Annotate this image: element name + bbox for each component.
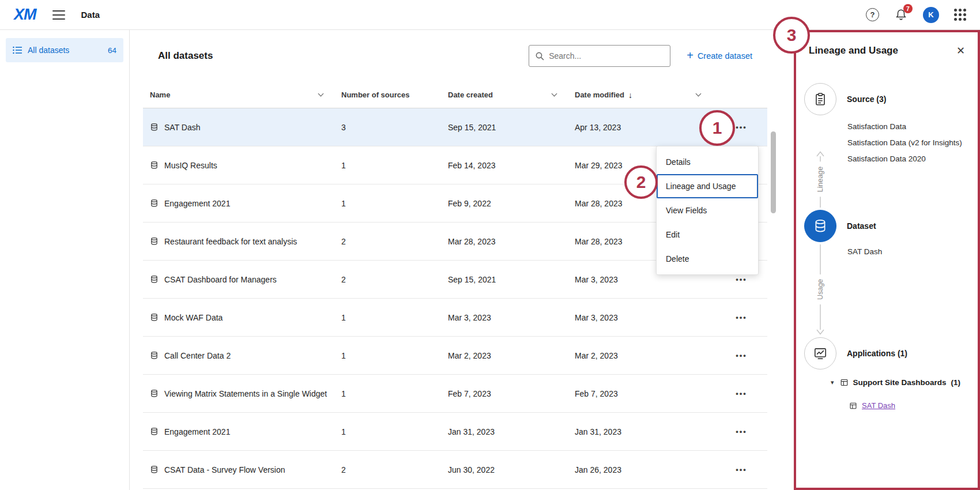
row-actions-ellipsis-button[interactable]: ••• bbox=[736, 427, 747, 436]
source-node-label: Source (3) bbox=[847, 95, 886, 104]
row-actions-ellipsis-button[interactable]: ••• bbox=[736, 275, 747, 284]
application-link-row: SAT Dash bbox=[849, 401, 895, 410]
annotation-circle-1: 1 bbox=[699, 110, 735, 146]
row-actions-ellipsis-button[interactable]: ••• bbox=[736, 465, 747, 474]
column-header-name[interactable]: Name bbox=[143, 91, 341, 99]
row-actions-ellipsis-button[interactable]: ••• bbox=[736, 313, 747, 322]
collapse-caret-icon[interactable]: ▾ bbox=[830, 379, 835, 386]
application-group-row: ▾ Support Site Dashboards (1) bbox=[830, 378, 960, 387]
date-created-cell: Mar 3, 2023 bbox=[448, 313, 575, 322]
dataset-name-text: Call Center Data 2 bbox=[164, 351, 231, 360]
sources-count-cell: 2 bbox=[341, 275, 448, 284]
date-modified-cell: Feb 7, 2023 bbox=[575, 389, 715, 398]
sidebar-item-count: 64 bbox=[108, 46, 116, 55]
dataset-icon bbox=[150, 237, 159, 246]
context-menu-item[interactable]: Delete bbox=[657, 247, 758, 271]
plus-icon: + bbox=[687, 50, 693, 61]
sidebar-item-all-datasets[interactable]: All datasets 64 bbox=[6, 38, 123, 62]
chevron-down-icon bbox=[552, 91, 557, 97]
date-created-cell: Mar 2, 2023 bbox=[448, 351, 575, 360]
sources-count-cell: 1 bbox=[341, 389, 448, 398]
context-menu-item[interactable]: Details bbox=[657, 150, 758, 174]
chevron-down-icon bbox=[318, 91, 324, 97]
lineage-usage-panel: Lineage and Usage ✕ Source (3) Satisfact… bbox=[794, 30, 980, 490]
notification-badge: 7 bbox=[903, 4, 913, 13]
date-created-cell: Sep 15, 2021 bbox=[448, 123, 575, 132]
source-list-item: Satisfaction Data (v2 for Insights) bbox=[847, 135, 962, 151]
table-row[interactable]: Engagement 2021 1 Jan 31, 2023 Jan 31, 2… bbox=[143, 413, 767, 451]
row-actions-ellipsis-button[interactable]: ••• bbox=[736, 389, 747, 398]
applications-node-label: Applications (1) bbox=[847, 349, 907, 358]
table-row[interactable]: SAT Dash 3 Sep 15, 2021 Apr 13, 2023 ••• bbox=[143, 108, 767, 146]
column-header-sources[interactable]: Number of sources bbox=[341, 91, 448, 99]
dataset-node: Dataset bbox=[804, 210, 876, 242]
annotation-circle-2: 2 bbox=[624, 165, 658, 199]
date-created-cell: Feb 14, 2023 bbox=[448, 161, 575, 170]
dataset-name-cell: Call Center Data 2 bbox=[143, 346, 341, 365]
table-row[interactable]: Call Center Data 2 1 Mar 2, 2023 Mar 2, … bbox=[143, 337, 767, 375]
xm-logo: XM bbox=[14, 6, 36, 24]
search-input[interactable] bbox=[549, 51, 664, 61]
search-box[interactable] bbox=[529, 45, 670, 67]
table-row[interactable]: Viewing Matrix Statements in a Single Wi… bbox=[143, 375, 767, 413]
notifications-bell-icon[interactable]: 7 bbox=[894, 8, 908, 22]
sources-count-cell: 1 bbox=[341, 427, 448, 436]
source-node-circle bbox=[804, 83, 836, 115]
usage-arrow-label: Usage bbox=[816, 274, 824, 304]
dataset-icon bbox=[150, 465, 159, 474]
datasets-table: Name Number of sources Date created Date… bbox=[143, 82, 767, 489]
source-list-item: Satisfaction Data bbox=[847, 119, 962, 135]
row-actions-ellipsis-button[interactable]: ••• bbox=[736, 123, 747, 131]
create-dataset-button[interactable]: + Create dataset bbox=[687, 51, 752, 61]
table-row[interactable]: Mock WAF Data 1 Mar 3, 2023 Mar 3, 2023 … bbox=[143, 299, 767, 337]
dataset-name-text: CSAT Data - Survey Flow Version bbox=[164, 465, 285, 474]
app-switcher-waffle-icon[interactable] bbox=[954, 9, 966, 21]
chevron-down-icon bbox=[696, 91, 702, 97]
applications-node-circle bbox=[804, 337, 836, 370]
dataset-name-cell: Restaurant feedback for text analysis bbox=[143, 232, 341, 251]
dataset-icon bbox=[150, 427, 159, 436]
source-list-item: Satisfaction Data 2020 bbox=[847, 151, 962, 167]
dataset-icon bbox=[150, 389, 159, 398]
date-modified-cell: Mar 3, 2023 bbox=[575, 313, 715, 322]
context-menu-item[interactable]: View Fields bbox=[657, 198, 758, 223]
hamburger-menu-icon[interactable] bbox=[52, 10, 65, 20]
date-created-cell: Feb 7, 2023 bbox=[448, 389, 575, 398]
dataset-name-cell: Mock WAF Data bbox=[143, 308, 341, 327]
application-group-count: (1) bbox=[951, 378, 961, 387]
sources-count-cell: 1 bbox=[341, 199, 448, 208]
date-created-cell: Sep 15, 2021 bbox=[448, 275, 575, 284]
vertical-scrollbar-thumb[interactable] bbox=[771, 131, 776, 213]
column-header-date-created[interactable]: Date created bbox=[448, 91, 575, 99]
dataset-name-cell: CSAT Dashboard for Managers bbox=[143, 270, 341, 289]
context-menu: Details Lineage and Usage View Fields Ed… bbox=[656, 146, 759, 275]
context-menu-item[interactable]: Edit bbox=[657, 223, 758, 247]
application-group-label: Support Site Dashboards bbox=[853, 378, 947, 387]
dataset-name-cell: SAT Dash bbox=[143, 118, 341, 137]
help-icon[interactable]: ? bbox=[866, 8, 879, 21]
dataset-node-circle bbox=[804, 210, 836, 242]
sources-count-cell: 3 bbox=[341, 123, 448, 132]
close-icon[interactable]: ✕ bbox=[956, 46, 965, 56]
avatar[interactable]: K bbox=[923, 7, 939, 23]
table-row[interactable]: CSAT Data - Survey Flow Version 2 Jun 30… bbox=[143, 451, 767, 489]
applications-node: Applications (1) bbox=[804, 337, 907, 370]
sources-count-cell: 1 bbox=[341, 161, 448, 170]
dataset-icon bbox=[150, 161, 159, 169]
row-actions-ellipsis-button[interactable]: ••• bbox=[736, 351, 747, 360]
date-modified-cell: Jan 31, 2023 bbox=[575, 427, 715, 436]
dashboard-icon bbox=[840, 378, 849, 387]
dataset-icon bbox=[150, 275, 159, 284]
dataset-name-cell: Engagement 2021 bbox=[143, 194, 341, 213]
source-list: Satisfaction Data Satisfaction Data (v2 … bbox=[847, 119, 962, 167]
dataset-icon bbox=[150, 123, 159, 131]
dataset-name-text: Mock WAF Data bbox=[164, 313, 223, 322]
application-link[interactable]: SAT Dash bbox=[862, 401, 895, 410]
context-menu-item[interactable]: Lineage and Usage bbox=[657, 174, 758, 198]
dataset-name-text: Engagement 2021 bbox=[164, 427, 230, 436]
date-modified-cell: Jan 26, 2023 bbox=[575, 465, 715, 474]
column-header-date-modified[interactable]: Date modified ↓ bbox=[575, 91, 715, 100]
date-created-cell: Feb 9, 2022 bbox=[448, 199, 575, 208]
dataset-name-cell: Engagement 2021 bbox=[143, 423, 341, 441]
page-title: All datasets bbox=[158, 50, 213, 62]
